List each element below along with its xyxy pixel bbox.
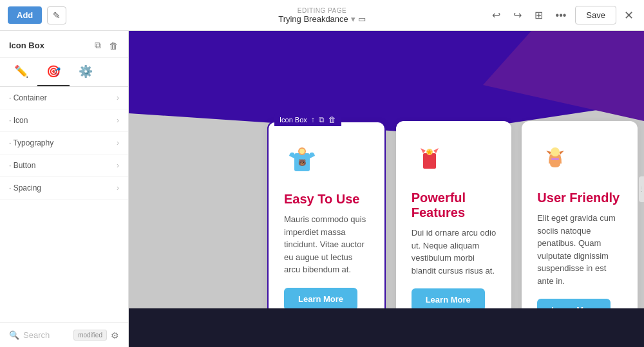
card-3-text: Elit eget gravida cum sociis natoque pen…: [537, 212, 622, 287]
panel-label-spacing: · Spacing: [9, 183, 41, 192]
component-bar-icons: ↑ ⧉ 🗑: [311, 115, 336, 124]
svg-point-7: [551, 147, 560, 156]
sidebar-footer: 🔍 Search modified ⚙: [0, 323, 128, 347]
tab-settings[interactable]: 🎯: [37, 58, 70, 86]
more-button[interactable]: •••: [552, 7, 571, 24]
card-2-button[interactable]: Learn More: [412, 288, 485, 311]
redo-button[interactable]: ↪: [509, 6, 526, 24]
search-icon: 🔍: [9, 330, 19, 340]
card-2-icon-svg: [412, 139, 448, 175]
panel-row-spacing[interactable]: · Spacing ›: [0, 177, 128, 200]
edit-icon-button[interactable]: ✎: [47, 6, 66, 24]
edit-icon: ✎: [53, 10, 61, 21]
panel-label-typography: · Typography: [9, 138, 53, 147]
svg-rect-8: [551, 158, 559, 160]
component-bar-label: Icon Box: [279, 116, 307, 124]
topbar-right: ↩ ↪ ⊞ ••• Save ✕: [488, 6, 636, 25]
chevron-icon-button: ›: [117, 161, 119, 170]
panel-label-container: · Container: [9, 93, 47, 102]
search-area[interactable]: 🔍 Search: [9, 330, 50, 340]
card-3-title: User Friendly: [537, 191, 622, 205]
card-3-icon: [537, 139, 622, 180]
chevron-icon-container: ›: [117, 93, 119, 102]
card-2[interactable]: Powerful Features Dui id ornare arcu odi…: [396, 121, 512, 337]
svg-point-2: [299, 149, 305, 154]
add-button[interactable]: Add: [8, 6, 42, 24]
card-1-icon-svg: 🐻: [284, 140, 320, 176]
sidebar-header: Icon Box ⧉ 🗑: [0, 31, 128, 58]
save-button[interactable]: Save: [575, 6, 616, 24]
card-2-title: Powerful Features: [412, 191, 497, 220]
card-2-icon: [412, 139, 497, 180]
search-label: Search: [23, 330, 50, 340]
layers-button[interactable]: ⊞: [531, 6, 547, 24]
sidebar-title: Icon Box: [9, 41, 44, 50]
tab-style[interactable]: ✏️: [5, 58, 37, 86]
main-layout: Icon Box ⧉ 🗑 ✏️ 🎯 ⚙️ · Container › · Ico…: [0, 31, 644, 347]
page-name: Trying Breakdance: [278, 14, 348, 24]
tab-strip: ✏️ 🎯 ⚙️: [0, 58, 128, 87]
canvas-resize-handle[interactable]: ⋮: [639, 176, 644, 202]
card-1-button[interactable]: Learn More: [284, 288, 357, 310]
dropdown-icon[interactable]: ▾: [351, 14, 355, 24]
svg-text:🐻: 🐻: [298, 158, 307, 167]
sidebar: Icon Box ⧉ 🗑 ✏️ 🎯 ⚙️ · Container › · Ico…: [0, 31, 129, 347]
topbar: Add ✎ EDITING PAGE Trying Breakdance ▾ ▭…: [0, 0, 644, 31]
close-button[interactable]: ✕: [621, 6, 636, 25]
card-1[interactable]: 🐻 Easy To Use Mauris commodo quis imperd…: [267, 121, 386, 337]
card-1-icon: 🐻: [284, 140, 369, 182]
tab-advanced[interactable]: ⚙️: [70, 58, 102, 86]
footer-right: modified ⚙: [73, 330, 119, 341]
modified-badge: modified: [73, 330, 107, 341]
cards-container: 🐻 Easy To Use Mauris commodo quis imperd…: [267, 121, 638, 337]
panel-row-typography[interactable]: · Typography ›: [0, 132, 128, 155]
chevron-icon-icon: ›: [117, 116, 119, 125]
topbar-center: EDITING PAGE Trying Breakdance ▾ ▭: [278, 7, 366, 24]
panel-label-button: · Button: [9, 161, 35, 170]
card-3[interactable]: User Friendly Elit eget gravida cum soci…: [522, 121, 638, 337]
card-3-icon-svg: [537, 139, 573, 175]
duplicate-button[interactable]: ⧉: [93, 39, 102, 52]
svg-rect-4: [423, 153, 436, 169]
panel-row-container[interactable]: · Container ›: [0, 87, 128, 109]
card-1-title: Easy To Use: [284, 192, 369, 207]
panel-label-icon: · Icon: [9, 116, 28, 125]
delete-button[interactable]: 🗑: [108, 39, 119, 52]
chevron-icon-spacing: ›: [117, 183, 119, 192]
comp-delete-icon[interactable]: 🗑: [328, 115, 336, 124]
page-name-row: Trying Breakdance ▾ ▭: [278, 14, 366, 24]
component-bar: Icon Box ↑ ⧉ 🗑: [274, 113, 341, 126]
undo-button[interactable]: ↩: [488, 6, 504, 24]
canvas-area: Icon Box ↑ ⧉ 🗑 🐻: [129, 31, 644, 347]
card-2-text: Dui id ornare arcu odio ut. Neque aliqua…: [412, 227, 497, 277]
topbar-left: Add ✎: [8, 6, 66, 24]
desktop-icon[interactable]: ▭: [358, 14, 366, 24]
panel-row-icon[interactable]: · Icon ›: [0, 109, 128, 132]
comp-up-icon[interactable]: ↑: [311, 115, 315, 124]
comp-copy-icon[interactable]: ⧉: [319, 115, 325, 124]
panel-row-button[interactable]: · Button ›: [0, 155, 128, 177]
panel-items: · Container › · Icon › · Typography › · …: [0, 87, 128, 323]
resize-dots: ⋮: [638, 185, 644, 192]
sidebar-header-icons: ⧉ 🗑: [93, 39, 119, 52]
card-1-text: Mauris commodo quis imperdiet massa tinc…: [284, 213, 369, 276]
chevron-icon-typography: ›: [117, 138, 119, 147]
editing-page-label: EDITING PAGE: [298, 7, 346, 14]
footer-settings-button[interactable]: ⚙: [111, 330, 119, 341]
canvas-bottom-strip: [129, 308, 644, 347]
